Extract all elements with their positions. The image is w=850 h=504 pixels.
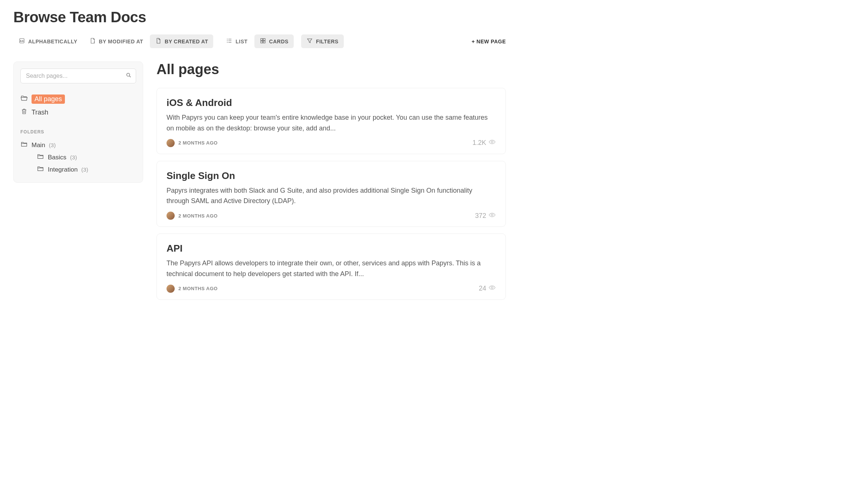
card-views: 1.2K xyxy=(472,139,496,147)
card-date: 2 months ago xyxy=(178,140,218,146)
search-icon xyxy=(126,72,132,80)
folders-heading: Folders xyxy=(20,129,136,135)
card-excerpt: Papyrs integrates with both Slack and G … xyxy=(167,185,496,207)
svg-point-19 xyxy=(491,141,493,143)
view-list-button[interactable]: List xyxy=(221,34,253,48)
folder-main-label: Main xyxy=(32,142,45,149)
card-date: 2 months ago xyxy=(178,286,218,291)
card-views: 372 xyxy=(475,212,496,220)
view-group: List Cards xyxy=(221,34,294,48)
card-title: API xyxy=(167,243,496,254)
modified-icon xyxy=(89,37,96,45)
card-excerpt: With Papyrs you can keep your team's ent… xyxy=(167,112,496,134)
eye-icon xyxy=(488,285,496,292)
sort-created-button[interactable]: By Created At xyxy=(150,34,213,48)
filters-label: Filters xyxy=(316,39,339,44)
avatar xyxy=(167,139,175,147)
svg-point-5 xyxy=(227,39,228,39)
folder-integration[interactable]: Integration (3) xyxy=(20,163,136,176)
folder-basics[interactable]: Basics (3) xyxy=(20,151,136,163)
sidebar-item-trash[interactable]: Trash xyxy=(20,106,136,119)
sidebar-all-pages-label: All pages xyxy=(32,94,65,104)
list-icon xyxy=(226,37,233,45)
alpha-icon: Aa xyxy=(19,37,25,45)
sort-alphabetically-button[interactable]: Aa Alphabetically xyxy=(13,34,83,48)
svg-rect-10 xyxy=(261,41,263,43)
folder-basics-count: (3) xyxy=(70,154,77,160)
sort-group: Aa Alphabetically By Modified At By Crea… xyxy=(13,34,213,48)
svg-point-6 xyxy=(227,41,228,41)
avatar xyxy=(167,285,175,293)
sort-modified-button[interactable]: By Modified At xyxy=(84,34,149,48)
views-count: 372 xyxy=(475,212,486,220)
view-list-label: List xyxy=(235,39,247,44)
sort-alpha-label: Alphabetically xyxy=(28,39,78,44)
page-card[interactable]: iOS & Android With Papyrs you can keep y… xyxy=(157,88,506,154)
svg-point-20 xyxy=(491,214,493,216)
sidebar-item-all-pages[interactable]: All pages xyxy=(20,92,136,106)
main-content: All pages iOS & Android With Papyrs you … xyxy=(157,62,506,306)
folder-icon xyxy=(37,166,44,173)
main-heading: All pages xyxy=(157,62,506,77)
card-title: iOS & Android xyxy=(167,97,496,109)
views-count: 24 xyxy=(479,285,486,292)
svg-point-12 xyxy=(127,73,130,76)
views-count: 1.2K xyxy=(472,139,486,147)
avatar xyxy=(167,212,175,220)
eye-icon xyxy=(488,212,496,220)
new-page-button[interactable]: + New Page xyxy=(472,39,506,44)
trash-icon xyxy=(20,108,28,117)
svg-text:Aa: Aa xyxy=(20,40,24,42)
filters-button[interactable]: Filters xyxy=(301,34,344,48)
folder-integration-count: (3) xyxy=(81,166,88,173)
svg-point-21 xyxy=(491,287,493,289)
created-icon xyxy=(155,37,162,45)
card-date: 2 months ago xyxy=(178,213,218,219)
folder-basics-label: Basics xyxy=(48,154,66,161)
eye-icon xyxy=(488,139,496,147)
folder-main[interactable]: Main (3) xyxy=(20,139,136,151)
folder-icon xyxy=(20,141,28,149)
page-card[interactable]: Single Sign On Papyrs integrates with bo… xyxy=(157,161,506,227)
filter-icon xyxy=(306,37,313,45)
view-cards-label: Cards xyxy=(269,39,289,44)
sort-created-label: By Created At xyxy=(165,39,208,44)
sidebar: All pages Trash Folders Main (3) xyxy=(13,62,143,183)
folder-main-count: (3) xyxy=(49,142,56,148)
card-footer: 2 months ago 372 xyxy=(167,212,496,220)
page-title: Browse Team Docs xyxy=(13,9,506,26)
page-card[interactable]: API The Papyrs API allows developers to … xyxy=(157,233,506,300)
card-title: Single Sign On xyxy=(167,170,496,182)
folder-open-icon xyxy=(20,95,28,103)
folder-icon xyxy=(37,153,44,161)
cards-icon xyxy=(260,37,266,45)
svg-line-13 xyxy=(129,76,131,77)
sidebar-trash-label: Trash xyxy=(32,109,48,116)
search-input[interactable] xyxy=(20,69,136,83)
card-footer: 2 months ago 24 xyxy=(167,285,496,293)
sort-modified-label: By Modified At xyxy=(99,39,144,44)
svg-point-7 xyxy=(227,42,228,43)
svg-rect-11 xyxy=(263,41,265,43)
card-footer: 2 months ago 1.2K xyxy=(167,139,496,147)
card-excerpt: The Papyrs API allows developers to inte… xyxy=(167,258,496,279)
card-views: 24 xyxy=(479,285,496,292)
svg-rect-9 xyxy=(263,39,265,40)
view-cards-button[interactable]: Cards xyxy=(254,34,294,48)
folder-integration-label: Integration xyxy=(48,166,78,173)
svg-rect-8 xyxy=(261,39,263,40)
toolbar: Aa Alphabetically By Modified At By Crea… xyxy=(13,34,506,48)
